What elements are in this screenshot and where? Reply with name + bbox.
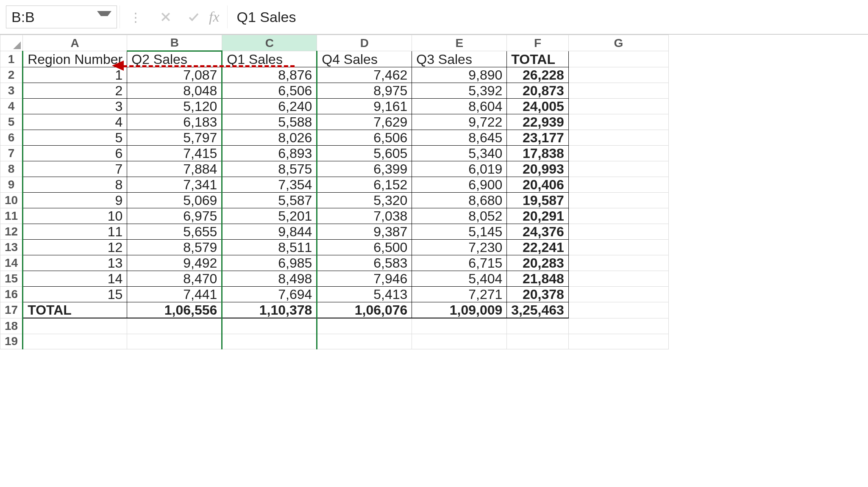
cell[interactable]: 5,340 [412,146,507,161]
row-header[interactable]: 9 [0,177,23,193]
cell[interactable]: 1,06,076 [317,302,412,318]
row-header[interactable]: 17 [0,302,23,318]
cell[interactable]: 19,587 [507,193,569,208]
cell[interactable]: 9 [23,193,127,208]
cell[interactable]: 9,161 [317,99,412,114]
cell[interactable]: 24,005 [507,99,569,114]
cell[interactable]: 5,145 [412,224,507,240]
cell[interactable]: 5,655 [127,224,222,240]
col-header-G[interactable]: G [568,35,668,51]
cell[interactable] [568,114,668,130]
cell[interactable]: 7,884 [127,161,222,177]
cell[interactable]: 20,406 [507,177,569,193]
cell[interactable] [568,302,668,318]
cell[interactable] [568,318,668,334]
cell[interactable]: 3,25,463 [507,302,569,318]
row-header[interactable]: 14 [0,255,23,271]
cell[interactable] [507,318,569,334]
grid[interactable]: A B C D E F G 1 Region Number Q2 Sales Q… [0,35,669,349]
cell[interactable] [568,287,668,302]
cell[interactable]: 6,900 [412,177,507,193]
cell[interactable]: 5,413 [317,287,412,302]
cell[interactable]: 7,271 [412,287,507,302]
fx-icon[interactable]: fx [209,6,228,28]
cell[interactable]: 8,604 [412,99,507,114]
cell[interactable]: 20,291 [507,208,569,224]
cell[interactable]: 6 [23,146,127,161]
cell[interactable]: 9,492 [127,255,222,271]
cell[interactable]: 6,506 [222,83,317,99]
cell[interactable]: 6,152 [317,177,412,193]
cancel-icon[interactable] [153,6,178,28]
cell[interactable]: 21,848 [507,271,569,287]
cell[interactable]: 9,722 [412,114,507,130]
row-header[interactable]: 12 [0,224,23,240]
cell[interactable]: 7,462 [317,67,412,83]
formula-input[interactable]: Q1 Sales [228,6,868,28]
cell[interactable]: 5,404 [412,271,507,287]
cell[interactable]: 5,320 [317,193,412,208]
cell[interactable]: 6,240 [222,99,317,114]
cell[interactable] [568,334,668,349]
cell[interactable] [568,255,668,271]
cell[interactable]: Region Number [23,51,127,67]
cell[interactable] [317,318,412,334]
cell[interactable]: 8,645 [412,130,507,146]
cell[interactable] [568,177,668,193]
cell[interactable]: 7,694 [222,287,317,302]
cell[interactable]: 5,605 [317,146,412,161]
cell[interactable]: 7,341 [127,177,222,193]
row-header[interactable]: 4 [0,99,23,114]
cell[interactable]: 1,06,556 [127,302,222,318]
cell[interactable] [568,161,668,177]
cell[interactable]: 4 [23,114,127,130]
cell[interactable]: 8,511 [222,240,317,255]
cell[interactable]: 20,283 [507,255,569,271]
cell[interactable]: Q4 Sales [317,51,412,67]
cell[interactable]: 9,844 [222,224,317,240]
cell[interactable]: 9,890 [412,67,507,83]
cell[interactable]: 1 [23,67,127,83]
col-header-C[interactable]: C [222,35,317,51]
cell[interactable] [317,334,412,349]
cell[interactable]: 24,376 [507,224,569,240]
row-header[interactable]: 15 [0,271,23,287]
cell[interactable]: 23,177 [507,130,569,146]
cell[interactable]: 8,470 [127,271,222,287]
cell[interactable]: 22,939 [507,114,569,130]
cell[interactable]: 6,019 [412,161,507,177]
cell[interactable] [127,334,222,349]
cell[interactable]: 8,975 [317,83,412,99]
cell[interactable]: 6,399 [317,161,412,177]
cell[interactable]: 8,579 [127,240,222,255]
cell[interactable] [23,318,127,334]
cell[interactable]: 3 [23,99,127,114]
row-header[interactable]: 18 [0,318,23,334]
cell[interactable] [568,240,668,255]
cell[interactable] [568,51,668,67]
cell[interactable] [412,318,507,334]
cell[interactable] [23,334,127,349]
cell[interactable]: 14 [23,271,127,287]
row-header[interactable]: 6 [0,130,23,146]
cell[interactable] [568,146,668,161]
cell[interactable] [568,193,668,208]
cell[interactable]: 7,415 [127,146,222,161]
cell[interactable]: 1,09,009 [412,302,507,318]
cell[interactable]: 8,052 [412,208,507,224]
cell[interactable]: 8,498 [222,271,317,287]
cell[interactable]: 8,876 [222,67,317,83]
cell[interactable]: 6,715 [412,255,507,271]
row-header[interactable]: 5 [0,114,23,130]
cell[interactable]: 5,069 [127,193,222,208]
row-header[interactable]: 10 [0,193,23,208]
row-header[interactable]: 16 [0,287,23,302]
cell[interactable]: 5,797 [127,130,222,146]
row-header[interactable]: 11 [0,208,23,224]
cell[interactable]: 22,241 [507,240,569,255]
cell[interactable]: 7,629 [317,114,412,130]
cell[interactable]: 15 [23,287,127,302]
cell[interactable] [222,334,317,349]
cell[interactable]: 7,087 [127,67,222,83]
cell[interactable]: 7,441 [127,287,222,302]
